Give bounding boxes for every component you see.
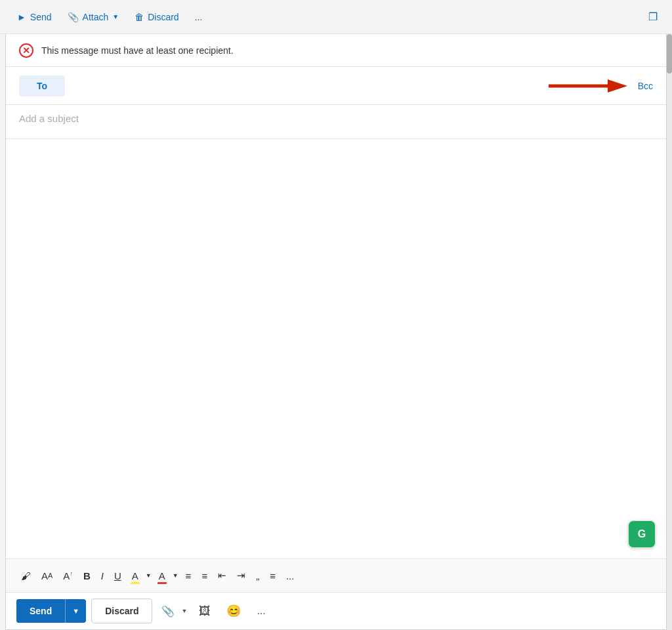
align-center-button[interactable]: ≡	[181, 567, 196, 585]
discard-toolbar-label: Discard	[148, 12, 178, 22]
highlight-bar	[131, 582, 140, 584]
underline-icon: U	[114, 570, 121, 581]
grammarly-button[interactable]: G	[628, 520, 656, 548]
indent-decrease-icon: ⇤	[218, 570, 226, 581]
more-toolbar-button[interactable]: ...	[188, 8, 209, 26]
quote-button[interactable]: „	[251, 567, 264, 585]
to-input[interactable]	[65, 75, 549, 96]
font-size-button[interactable]: A A	[37, 567, 57, 585]
subject-row	[6, 105, 666, 139]
list-icon: ≡	[201, 570, 207, 581]
align-center-icon: ≡	[186, 570, 192, 581]
underline-button[interactable]: U	[110, 567, 126, 585]
paint-brush-button[interactable]: 🖌	[16, 567, 35, 585]
svg-marker-1	[608, 79, 627, 93]
send-toolbar-label: Send	[30, 12, 52, 22]
send-dropdown-button[interactable]: ▼	[66, 600, 86, 621]
attach-action-dropdown-button[interactable]: ▼	[180, 604, 188, 618]
body-input[interactable]	[19, 150, 653, 548]
format-toolbar: 🖌 A A A↑ B I U A ▼ A	[6, 558, 666, 593]
font-size-up-button[interactable]: A↑	[58, 567, 77, 585]
highlight-dropdown-button[interactable]: ▼	[144, 569, 153, 582]
emoji-icon: 😊	[226, 604, 241, 618]
insert-image-button[interactable]: 🖼	[194, 600, 216, 622]
error-message: This message must have at least one reci…	[41, 45, 234, 56]
format-more-button[interactable]: ...	[282, 567, 299, 585]
font-size-up-icon: A↑	[63, 570, 73, 581]
bold-icon: B	[83, 570, 91, 581]
attach-toolbar-label: Attach	[83, 12, 109, 22]
italic-icon: I	[101, 570, 104, 581]
indent-increase-button[interactable]: ⇥	[232, 566, 250, 585]
arrow-svg	[549, 77, 627, 95]
font-color-bar	[158, 582, 167, 584]
paint-brush-icon: 🖌	[21, 570, 31, 581]
indent-increase-icon: ⇥	[237, 570, 245, 581]
scrollbar[interactable]	[667, 34, 672, 630]
attach-chevron-icon: ▼	[112, 13, 119, 20]
font-color-dropdown-button[interactable]: ▼	[171, 569, 180, 582]
attach-toolbar-button[interactable]: 📎 Attach ▼	[61, 8, 126, 26]
send-dropdown-icon: ▼	[72, 607, 79, 615]
action-bar: Send ▼ Discard 📎 ▼ 🖼 😊 ...	[6, 593, 666, 629]
image-icon: 🖼	[199, 604, 211, 618]
highlight-text-icon: A	[132, 570, 138, 581]
action-more-button[interactable]: ...	[251, 601, 270, 621]
emoji-button[interactable]: 😊	[221, 600, 246, 622]
bcc-area: Bcc	[549, 77, 653, 95]
font-size-small-icon: A	[48, 572, 52, 579]
subject-input[interactable]	[19, 113, 653, 124]
discard-toolbar-button[interactable]: 🗑 Discard	[128, 8, 185, 26]
expand-button[interactable]: ❐	[644, 7, 662, 27]
list-button[interactable]: ≡	[197, 567, 212, 585]
font-color-group: A ▼	[154, 567, 180, 585]
attach-action-button[interactable]: 📎	[158, 601, 178, 621]
italic-button[interactable]: I	[96, 567, 108, 585]
error-banner: ✕ This message must have at least one re…	[6, 34, 666, 67]
paperclip-icon: 📎	[68, 12, 79, 22]
highlight-group: A ▼	[127, 567, 153, 585]
compose-window: ✕ This message must have at least one re…	[5, 34, 667, 630]
format-more-icon: ...	[286, 570, 295, 581]
paperclip-action-icon: 📎	[161, 605, 175, 618]
highlight-button[interactable]: A	[127, 567, 143, 585]
font-size-icon: A	[41, 570, 48, 581]
attach-action-group: 📎 ▼	[158, 601, 188, 621]
send-toolbar-button[interactable]: ► Send	[10, 8, 58, 26]
quote-icon: „	[256, 570, 259, 581]
send-icon: ►	[17, 12, 26, 22]
grammarly-label: G	[638, 528, 646, 540]
bcc-link[interactable]: Bcc	[638, 81, 653, 91]
trash-icon: 🗑	[135, 12, 144, 22]
expand-icon: ❐	[648, 11, 658, 22]
indent-decrease-button[interactable]: ⇤	[213, 566, 231, 585]
font-color-button[interactable]: A	[154, 567, 170, 585]
send-main-button[interactable]: Send	[16, 599, 65, 623]
scrollbar-thumb[interactable]	[667, 34, 672, 74]
paragraph-align-button[interactable]: ≡	[265, 567, 280, 585]
more-toolbar-icon: ...	[195, 12, 203, 22]
top-toolbar: ► Send 📎 Attach ▼ 🗑 Discard ... ❐	[0, 0, 672, 34]
bold-button[interactable]: B	[79, 567, 95, 585]
paragraph-align-icon: ≡	[270, 570, 276, 581]
send-button-group: Send ▼	[16, 599, 86, 623]
body-area: G	[6, 139, 666, 558]
to-row: To Bcc	[6, 67, 666, 105]
font-color-icon: A	[159, 570, 165, 581]
error-icon: ✕	[19, 43, 33, 58]
action-more-icon: ...	[257, 605, 265, 616]
to-button[interactable]: To	[19, 75, 65, 96]
discard-action-button[interactable]: Discard	[91, 598, 152, 623]
bcc-arrow	[549, 77, 627, 95]
